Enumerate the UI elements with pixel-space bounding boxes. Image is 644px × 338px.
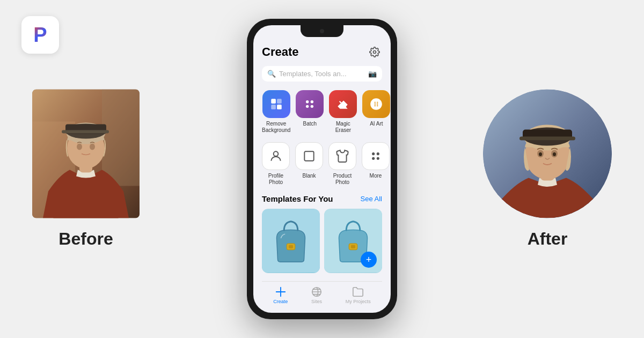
svg-rect-16 [271, 105, 276, 109]
nav-my-projects-label: My Projects [346, 299, 371, 304]
svg-point-21 [311, 105, 313, 108]
profile-photo-icon [262, 142, 290, 170]
tools-row-2: ProfilePhoto Blank [262, 142, 382, 186]
svg-point-25 [372, 153, 374, 155]
more-label: More [370, 173, 382, 179]
search-placeholder: Templates, Tools an... [279, 70, 365, 78]
svg-rect-24 [304, 151, 313, 160]
after-image [483, 90, 612, 218]
logo-letter: P [33, 25, 47, 45]
search-bar[interactable]: 🔍 Templates, Tools an... 📷 [262, 66, 382, 82]
add-template-button[interactable]: + [361, 252, 377, 268]
svg-rect-14 [271, 99, 276, 104]
camera-icon: 📷 [368, 70, 377, 78]
see-all-link[interactable]: See All [361, 195, 382, 203]
bottom-navigation: Create Sites My Proj [262, 281, 382, 304]
screen-header: Create [262, 45, 382, 60]
svg-point-23 [274, 151, 279, 156]
profile-photo-label: ProfilePhoto [268, 173, 283, 186]
app-logo[interactable]: P [21, 16, 59, 54]
svg-point-47 [539, 152, 542, 156]
product-photo-label: ProductPhoto [333, 173, 352, 186]
batch-label: Batch [303, 121, 317, 127]
svg-point-20 [306, 105, 309, 108]
after-section: After [483, 90, 612, 249]
settings-button[interactable] [367, 45, 382, 60]
template-card-1[interactable] [262, 209, 320, 273]
svg-rect-17 [277, 105, 282, 109]
tools-row-1: RemoveBackground Batch [262, 90, 382, 134]
nav-my-projects[interactable]: My Projects [346, 286, 371, 304]
phone-camera [320, 29, 324, 33]
screen-content: Create 🔍 Templates, Tools an... 📷 [253, 25, 391, 313]
ai-art-icon [362, 90, 390, 118]
svg-point-48 [553, 152, 556, 156]
svg-rect-15 [277, 99, 282, 104]
svg-rect-34 [351, 245, 355, 248]
tool-remove-bg[interactable]: RemoveBackground [262, 90, 290, 134]
ai-art-label: AI Art [370, 121, 383, 127]
svg-point-12 [90, 144, 95, 150]
phone-frame: Create 🔍 Templates, Tools an... 📷 [247, 19, 397, 319]
tool-magic-eraser[interactable]: MagicEraser [329, 90, 357, 134]
nav-sites[interactable]: Sites [311, 286, 323, 304]
before-label: Before [58, 229, 113, 249]
svg-point-18 [306, 100, 309, 103]
tool-batch[interactable]: Batch [296, 90, 324, 134]
screen-title: Create [262, 45, 298, 59]
before-image [32, 90, 140, 218]
templates-header: Templates For You See All [262, 194, 382, 203]
svg-rect-44 [519, 137, 575, 141]
blank-label: Blank [302, 173, 316, 179]
nav-create-label: Create [273, 299, 288, 304]
svg-point-22 [374, 102, 379, 107]
search-icon: 🔍 [267, 70, 276, 78]
tool-profile-photo[interactable]: ProfilePhoto [262, 142, 290, 186]
templates-title: Templates For You [262, 194, 333, 203]
remove-bg-label: RemoveBackground [262, 121, 290, 134]
phone-screen: Create 🔍 Templates, Tools an... 📷 [253, 25, 391, 313]
magic-eraser-label: MagicEraser [335, 121, 351, 134]
svg-point-11 [77, 144, 82, 150]
tool-more[interactable]: More [362, 142, 390, 186]
product-photo-icon [328, 142, 356, 170]
svg-point-28 [377, 158, 379, 159]
after-label: After [528, 229, 568, 249]
nav-sites-label: Sites [311, 299, 322, 304]
tool-blank[interactable]: Blank [295, 142, 323, 186]
nav-create[interactable]: Create [273, 286, 288, 304]
svg-rect-10 [62, 130, 109, 134]
phone-notch [301, 25, 343, 37]
svg-rect-3 [102, 90, 140, 186]
svg-point-19 [311, 100, 313, 103]
tool-ai-art[interactable]: AI Art [362, 90, 390, 134]
svg-point-26 [377, 153, 379, 155]
magic-eraser-icon [329, 90, 357, 118]
svg-rect-31 [289, 245, 293, 248]
templates-grid: + [262, 209, 382, 277]
svg-point-13 [374, 51, 376, 54]
blank-icon [295, 142, 323, 170]
before-section: Before [32, 90, 140, 249]
svg-point-27 [372, 158, 374, 159]
more-icon [362, 142, 390, 170]
tool-product-photo[interactable]: ProductPhoto [328, 142, 356, 186]
phone-mockup: Create 🔍 Templates, Tools an... 📷 [247, 19, 397, 319]
batch-icon [296, 90, 324, 118]
remove-bg-icon [262, 90, 290, 118]
template-card-2[interactable]: + [324, 209, 382, 273]
